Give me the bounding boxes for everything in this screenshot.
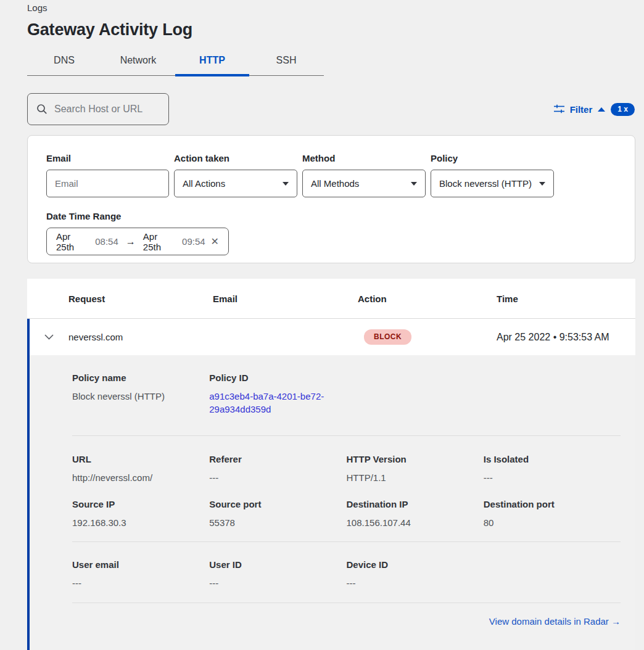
policy-select[interactable]: Block neverssl (HTTP) xyxy=(431,170,554,197)
section-divider xyxy=(72,603,621,603)
tab-dns[interactable]: DNS xyxy=(27,47,101,75)
destination-ip-field: Destination IP 108.156.107.44 xyxy=(347,499,484,529)
search-input[interactable] xyxy=(54,104,160,115)
toolbar: Filter 1 x xyxy=(27,93,635,125)
column-header-time: Time xyxy=(497,294,635,304)
request-section-row2: Source IP 192.168.30.3 Source port 55378… xyxy=(72,499,621,529)
filter-field-email: Email xyxy=(46,153,169,197)
action-taken-label: Action taken xyxy=(174,153,297,163)
filter-panel: Email Action taken All Actions Method Al… xyxy=(27,135,635,263)
policy-name-value: Block neverssl (HTTP) xyxy=(72,390,209,403)
destination-ip-label: Destination IP xyxy=(347,499,484,509)
tab-network[interactable]: Network xyxy=(101,47,175,75)
filter-field-method: Method All Methods xyxy=(302,153,426,197)
is-isolated-field: Is Isolated --- xyxy=(484,454,621,484)
destination-port-value: 80 xyxy=(484,516,621,529)
gateway-activity-log-page: Logs Gateway Activity Log DNS Network HT… xyxy=(0,0,644,650)
url-label: URL xyxy=(72,454,209,464)
filter-field-policy: Policy Block neverssl (HTTP) xyxy=(431,153,554,197)
page-title: Gateway Activity Log xyxy=(27,20,635,39)
row-expand-toggle[interactable] xyxy=(30,334,68,340)
user-email-label: User email xyxy=(72,559,209,570)
start-date: Apr 25th xyxy=(56,231,89,252)
date-range-label: Date Time Range xyxy=(46,211,616,221)
caret-down-icon xyxy=(411,182,417,186)
policy-id-label: Policy ID xyxy=(209,372,346,383)
section-divider xyxy=(72,541,621,542)
tab-http[interactable]: HTTP xyxy=(175,47,249,75)
method-select[interactable]: All Methods xyxy=(302,170,426,197)
email-filter-input[interactable] xyxy=(55,178,160,189)
filter-fields-row: Email Action taken All Actions Method Al… xyxy=(46,153,616,197)
column-header-request: Request xyxy=(68,294,213,304)
caret-down-icon xyxy=(539,182,545,186)
filter-controls: Filter 1 x xyxy=(554,103,635,116)
is-isolated-value: --- xyxy=(484,471,621,484)
policy-section: Policy name Block neverssl (HTTP) Policy… xyxy=(72,372,621,416)
radar-link[interactable]: View domain details in Radar → xyxy=(489,616,621,627)
destination-port-label: Destination port xyxy=(484,499,621,509)
user-email-value: --- xyxy=(72,577,209,590)
http-version-label: HTTP Version xyxy=(347,454,484,464)
source-port-label: Source port xyxy=(209,499,346,509)
method-value: All Methods xyxy=(311,178,359,189)
column-header-email: Email xyxy=(213,294,358,304)
http-version-value: HTTP/1.1 xyxy=(347,471,484,484)
policy-id-link[interactable]: a91c3eb4-ba7a-4201-be72-29a934dd359d xyxy=(209,390,346,416)
user-section: User email --- User ID --- Device ID --- xyxy=(72,559,621,590)
user-id-value: --- xyxy=(209,577,346,590)
action-taken-select[interactable]: All Actions xyxy=(174,170,297,197)
url-field: URL http://neverssl.com/ xyxy=(72,454,209,484)
status-badge: BLOCK xyxy=(364,329,411,345)
filter-field-date-range: Date Time Range Apr 25th 08:54 → Apr 25t… xyxy=(46,211,616,255)
search-box[interactable] xyxy=(27,93,169,125)
column-header-action: Action xyxy=(358,294,497,304)
http-version-field: HTTP Version HTTP/1.1 xyxy=(347,454,484,484)
policy-label: Policy xyxy=(431,153,554,163)
chevron-down-icon xyxy=(44,334,54,340)
tab-ssh[interactable]: SSH xyxy=(249,47,323,75)
table-row[interactable]: neverssl.com BLOCK Apr 25 2022 • 9:53:53… xyxy=(27,319,635,355)
clear-date-range-icon[interactable]: ✕ xyxy=(211,236,219,247)
caret-up-icon[interactable] xyxy=(598,107,605,112)
referer-value: --- xyxy=(209,471,346,484)
source-ip-field: Source IP 192.168.30.3 xyxy=(72,499,209,529)
device-id-field: Device ID --- xyxy=(347,559,484,590)
device-id-value: --- xyxy=(347,577,484,590)
referer-field: Referer --- xyxy=(209,454,346,484)
section-divider xyxy=(72,435,621,436)
url-value: http://neverssl.com/ xyxy=(72,471,209,484)
date-range-picker[interactable]: Apr 25th 08:54 → Apr 25th 09:54 ✕ xyxy=(46,228,229,255)
start-time: 08:54 xyxy=(95,236,118,247)
filter-count-badge[interactable]: 1 x xyxy=(611,103,635,116)
end-time: 09:54 xyxy=(182,236,205,247)
referer-label: Referer xyxy=(209,454,346,464)
activity-log-table: Request Email Action Time neverssl.com B… xyxy=(27,279,635,650)
user-id-label: User ID xyxy=(209,559,346,570)
destination-ip-value: 108.156.107.44 xyxy=(347,516,484,529)
source-ip-label: Source IP xyxy=(72,499,209,509)
device-id-label: Device ID xyxy=(347,559,484,570)
policy-name-label: Policy name xyxy=(72,372,209,383)
filter-field-action-taken: Action taken All Actions xyxy=(174,153,297,197)
request-section-row1: URL http://neverssl.com/ Referer --- HTT… xyxy=(72,454,621,484)
end-date: Apr 25th xyxy=(143,231,176,252)
action-cell: BLOCK xyxy=(358,329,497,345)
email-filter-label: Email xyxy=(46,153,169,163)
breadcrumb[interactable]: Logs xyxy=(27,2,635,14)
user-id-field: User ID --- xyxy=(209,559,346,590)
request-cell: neverssl.com xyxy=(68,332,213,342)
time-cell: Apr 25 2022 • 9:53:53 AM xyxy=(497,332,635,343)
caret-down-icon xyxy=(283,182,289,186)
search-icon xyxy=(36,104,47,115)
arrow-right-icon: → xyxy=(124,236,138,247)
method-label: Method xyxy=(302,153,426,163)
policy-name-field: Policy name Block neverssl (HTTP) xyxy=(72,372,209,416)
destination-port-field: Destination port 80 xyxy=(484,499,621,529)
source-port-value: 55378 xyxy=(209,516,346,529)
policy-value: Block neverssl (HTTP) xyxy=(439,178,532,189)
radar-link-row: View domain details in Radar → xyxy=(72,616,621,627)
filter-button[interactable]: Filter xyxy=(570,104,593,115)
expanded-row-details: Policy name Block neverssl (HTTP) Policy… xyxy=(27,355,635,650)
is-isolated-label: Is Isolated xyxy=(484,454,621,464)
